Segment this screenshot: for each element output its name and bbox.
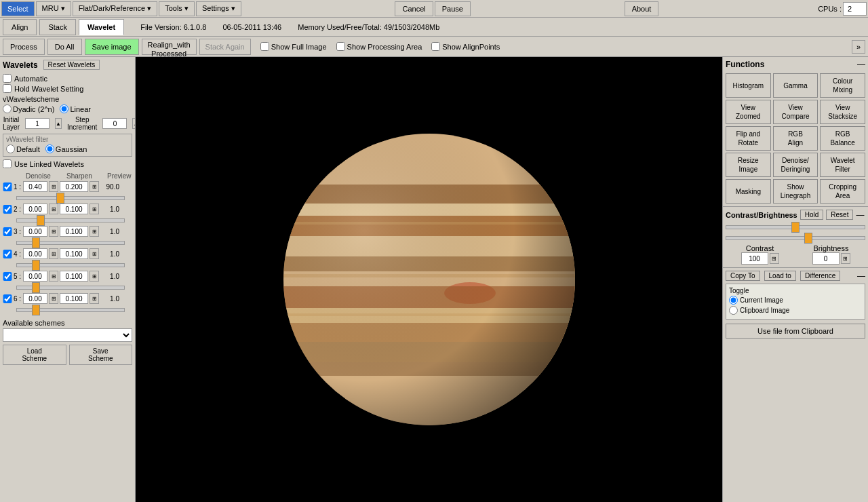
layer1-slider[interactable] — [16, 196, 125, 200]
layer2-sharpen[interactable] — [60, 204, 88, 214]
layer3-slider[interactable] — [16, 241, 125, 245]
stepinc-input[interactable] — [102, 118, 127, 129]
resizeimage-button[interactable]: ResizeImage — [726, 153, 771, 177]
viewstacksize-button[interactable]: ViewStacksize — [820, 100, 865, 124]
cpus-input[interactable] — [843, 2, 867, 16]
settings-button[interactable]: Settings ▾ — [196, 1, 241, 16]
layer1-check[interactable] — [3, 182, 12, 191]
linear-radio[interactable] — [60, 104, 68, 113]
layer4-denoise-btn[interactable]: ⊞ — [49, 248, 58, 259]
currentimg-minimize[interactable]: — — [857, 271, 865, 281]
showprocessing-check[interactable] — [336, 42, 345, 51]
tools-button[interactable]: Tools ▾ — [159, 1, 195, 16]
functions-minimize[interactable]: — — [857, 60, 865, 69]
layer5-sharpen-btn[interactable]: ⊞ — [90, 271, 99, 282]
layer6-slider[interactable] — [16, 308, 125, 312]
layer2-sharpen-btn[interactable]: ⊞ — [90, 204, 99, 214]
flatdark-button[interactable]: Flat/Dark/Reference ▾ — [73, 1, 157, 16]
layer2-slider[interactable] — [16, 218, 125, 223]
save-scheme-button[interactable]: SaveScheme — [69, 345, 133, 365]
viewzoomed-button[interactable]: ViewZoomed — [726, 100, 771, 124]
brightness-inc-btn[interactable]: ⊞ — [841, 253, 850, 264]
schemes-dropdown[interactable] — [3, 328, 132, 342]
layer6-denoise-btn[interactable]: ⊞ — [49, 293, 58, 304]
stackagain-button[interactable]: Stack Again — [199, 39, 251, 55]
layer6-denoise[interactable] — [23, 293, 47, 304]
contrast-reset-button[interactable]: Reset — [826, 210, 853, 220]
rgbbalance-button[interactable]: RGBBalance — [820, 126, 865, 151]
layer1-sharpen[interactable] — [60, 181, 88, 192]
loadto-button[interactable]: Load to — [764, 271, 796, 281]
layer5-denoise[interactable] — [23, 271, 47, 282]
layer2-denoise[interactable] — [23, 204, 47, 214]
select-button[interactable]: Select — [1, 1, 35, 16]
gaussian-radio[interactable] — [45, 144, 54, 153]
default-radio[interactable] — [6, 144, 15, 153]
showprocessing-label[interactable]: Show Processing Area — [336, 42, 422, 51]
layer3-denoise[interactable] — [23, 226, 47, 237]
rgbalign-button[interactable]: RGBAlign — [773, 126, 818, 151]
layer6-check[interactable] — [3, 294, 12, 303]
realign-button[interactable]: Realign_withProcessed — [142, 39, 197, 55]
layer2-check[interactable] — [3, 205, 12, 214]
expand-button[interactable]: » — [852, 40, 865, 54]
showalign-check[interactable] — [431, 42, 440, 51]
viewcompare-button[interactable]: ViewCompare — [773, 100, 818, 124]
denoising-button[interactable]: Denoise/Deringing — [773, 153, 818, 177]
layer4-denoise[interactable] — [23, 248, 47, 259]
brightness-slider[interactable] — [726, 236, 865, 240]
contrast-slider[interactable] — [726, 225, 865, 229]
hold-button[interactable]: Hold — [800, 210, 824, 220]
fliprotate-button[interactable]: Flip andRotate — [726, 126, 771, 151]
use-clipboard-button[interactable]: Use file from Clipboard — [726, 324, 865, 339]
holdwavelet-check[interactable] — [3, 84, 12, 93]
automatic-check[interactable] — [3, 74, 12, 83]
colourmixing-button[interactable]: ColourMixing — [820, 73, 865, 98]
pause-button[interactable]: Pause — [435, 1, 471, 16]
histogram-button[interactable]: Histogram — [726, 73, 771, 98]
gamma-button[interactable]: Gamma — [773, 73, 818, 98]
saveimage-button[interactable]: Save image — [85, 39, 139, 55]
layer1-denoise[interactable] — [23, 181, 47, 192]
layer4-sharpen-btn[interactable]: ⊞ — [90, 248, 99, 259]
layer6-sharpen[interactable] — [60, 293, 88, 304]
layer3-sharpen-btn[interactable]: ⊞ — [90, 226, 99, 237]
copyto-button[interactable]: Copy To — [726, 271, 760, 281]
currentimg-radio[interactable] — [729, 296, 738, 305]
cancel-button[interactable]: Cancel — [395, 1, 433, 16]
load-scheme-button[interactable]: LoadScheme — [3, 345, 66, 365]
layer1-sharpen-btn[interactable]: ⊞ — [90, 181, 99, 192]
reset-wavelets-button[interactable]: Reset Wavelets — [43, 60, 100, 70]
contrast-value[interactable] — [741, 252, 768, 265]
layer4-sharpen[interactable] — [60, 248, 88, 259]
difference-button[interactable]: Difference — [800, 271, 840, 281]
contrast-minimize[interactable]: — — [856, 210, 864, 220]
linked-check[interactable] — [3, 159, 12, 168]
showfull-label[interactable]: Show Full Image — [260, 42, 327, 51]
brightness-value[interactable] — [812, 252, 840, 265]
mru-button[interactable]: MRU ▾ — [36, 1, 71, 16]
layer3-sharpen[interactable] — [60, 226, 88, 237]
initiallayer-inc[interactable]: ▲ — [55, 118, 62, 129]
layer6-sharpen-btn[interactable]: ⊞ — [90, 293, 99, 304]
showfull-check[interactable] — [260, 42, 269, 51]
contrast-inc-btn[interactable]: ⊞ — [770, 253, 779, 264]
layer5-denoise-btn[interactable]: ⊞ — [49, 271, 58, 282]
about-button[interactable]: About — [625, 1, 659, 16]
process-button[interactable]: Process — [3, 39, 45, 55]
doall-button[interactable]: Do All — [47, 39, 82, 55]
layer2-denoise-btn[interactable]: ⊞ — [49, 204, 58, 214]
tab-align[interactable]: Align — [3, 19, 37, 35]
layer4-check[interactable] — [3, 250, 12, 258]
layer5-sharpen[interactable] — [60, 271, 88, 282]
clipboardimg-radio[interactable] — [729, 306, 738, 315]
layer3-denoise-btn[interactable]: ⊞ — [49, 226, 58, 237]
layer1-denoise-btn[interactable]: ⊞ — [49, 181, 58, 192]
showalign-label[interactable]: Show AlignPoints — [431, 42, 500, 51]
dyadic-radio[interactable] — [3, 104, 12, 113]
tab-wavelet[interactable]: Wavelet — [79, 19, 124, 35]
layer3-check[interactable] — [3, 227, 12, 236]
tab-stack[interactable]: Stack — [39, 19, 76, 35]
showlinegraph-button[interactable]: ShowLinegraph — [773, 179, 818, 204]
initiallayer-input[interactable] — [25, 118, 50, 129]
